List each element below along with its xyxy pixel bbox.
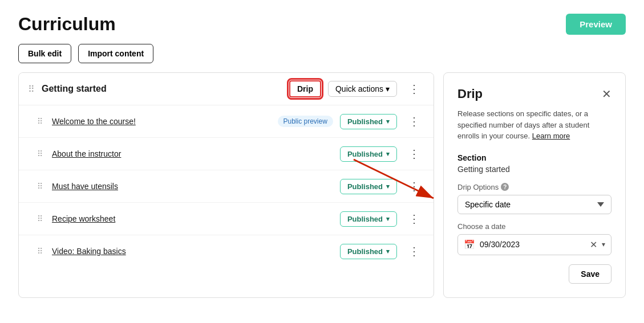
item-drag-handle[interactable]: ⠿ — [37, 182, 43, 191]
item-more-button[interactable]: ⋮ — [404, 145, 424, 163]
learn-more-link[interactable]: Learn more — [532, 132, 570, 140]
drip-description: Release sections on specific dates, or a… — [457, 108, 611, 142]
list-item: ⠿ About the instructor Published ▾ ⋮ — [19, 138, 434, 170]
drip-button[interactable]: Drip — [289, 80, 321, 97]
item-more-button[interactable]: ⋮ — [404, 242, 424, 260]
list-item: ⠿ Must have utensils Published ▾ ⋮ — [19, 170, 434, 203]
drip-section-name: Getting started — [457, 165, 611, 174]
published-chevron-icon: ▾ — [386, 183, 390, 190]
drip-options-select[interactable]: Specific date Days after enrollment — [457, 195, 611, 214]
list-item: ⠿ Recipe worksheet Published ▾ ⋮ — [19, 203, 434, 235]
published-button[interactable]: Published ▾ — [340, 211, 397, 227]
list-item: ⠿ Welcome to the course! Public preview … — [19, 105, 434, 138]
section-header: ⠿ Getting started Drip Quick actions ▾ ⋮ — [19, 73, 434, 105]
curriculum-section: ⠿ Getting started Drip Quick actions ▾ ⋮… — [18, 72, 434, 298]
item-drag-handle[interactable]: ⠿ — [37, 149, 43, 158]
save-button[interactable]: Save — [569, 264, 611, 284]
published-chevron-icon: ▾ — [386, 215, 390, 223]
published-label: Published — [347, 150, 383, 158]
published-chevron-icon: ▾ — [386, 150, 390, 158]
item-title[interactable]: Recipe worksheet — [52, 214, 333, 223]
item-title[interactable]: Welcome to the course! — [52, 117, 271, 126]
save-btn-wrapper: Save — [457, 264, 611, 284]
item-drag-handle[interactable]: ⠿ — [37, 214, 43, 223]
published-button[interactable]: Published ▾ — [340, 179, 397, 194]
item-title[interactable]: Video: Baking basics — [52, 247, 333, 256]
date-value: 09/30/2023 — [480, 240, 585, 249]
section-title: Getting started — [42, 84, 282, 94]
item-drag-handle[interactable]: ⠿ — [37, 117, 43, 126]
quick-actions-label: Quick actions — [335, 84, 383, 93]
drip-options-help-icon[interactable]: ? — [501, 183, 509, 191]
bulk-edit-button[interactable]: Bulk edit — [18, 44, 71, 63]
clear-date-button[interactable]: ✕ — [590, 239, 597, 250]
drip-options-label: Drip Options ? — [457, 183, 611, 191]
section-drag-handle[interactable]: ⠿ — [28, 84, 35, 95]
drip-panel-close-button[interactable]: ✕ — [602, 87, 611, 101]
published-label: Published — [347, 182, 383, 191]
section-more-button[interactable]: ⋮ — [404, 80, 424, 98]
item-more-button[interactable]: ⋮ — [404, 177, 424, 195]
choose-date-label: Choose a date — [457, 222, 611, 231]
date-chevron-icon: ▾ — [602, 240, 605, 248]
published-button[interactable]: Published ▾ — [340, 146, 397, 162]
calendar-icon: 📅 — [464, 239, 475, 250]
date-input-wrapper: 📅 09/30/2023 ✕ ▾ — [457, 234, 611, 255]
item-title[interactable]: About the instructor — [52, 149, 333, 158]
drip-section-label: Section — [457, 153, 611, 162]
item-more-button[interactable]: ⋮ — [404, 210, 424, 228]
quick-actions-chevron-icon: ▾ — [386, 84, 390, 93]
drip-panel-header: Drip ✕ — [457, 87, 611, 101]
public-preview-badge: Public preview — [278, 116, 333, 127]
page-title: Curriculum — [18, 14, 116, 35]
import-content-button[interactable]: Import content — [78, 44, 153, 63]
preview-button[interactable]: Preview — [566, 14, 626, 35]
published-label: Published — [347, 117, 383, 126]
published-button[interactable]: Published ▾ — [340, 244, 397, 259]
list-item: ⠿ Video: Baking basics Published ▾ ⋮ — [19, 235, 434, 267]
quick-actions-button[interactable]: Quick actions ▾ — [328, 81, 397, 97]
drip-panel-title: Drip — [457, 87, 483, 101]
published-label: Published — [347, 247, 383, 256]
published-label: Published — [347, 215, 383, 223]
item-drag-handle[interactable]: ⠿ — [37, 247, 43, 256]
item-more-button[interactable]: ⋮ — [404, 112, 424, 130]
published-chevron-icon: ▾ — [386, 118, 390, 125]
published-chevron-icon: ▾ — [386, 248, 390, 255]
item-title[interactable]: Must have utensils — [52, 182, 333, 191]
published-button[interactable]: Published ▾ — [340, 114, 397, 129]
drip-panel: Drip ✕ Release sections on specific date… — [443, 72, 626, 298]
